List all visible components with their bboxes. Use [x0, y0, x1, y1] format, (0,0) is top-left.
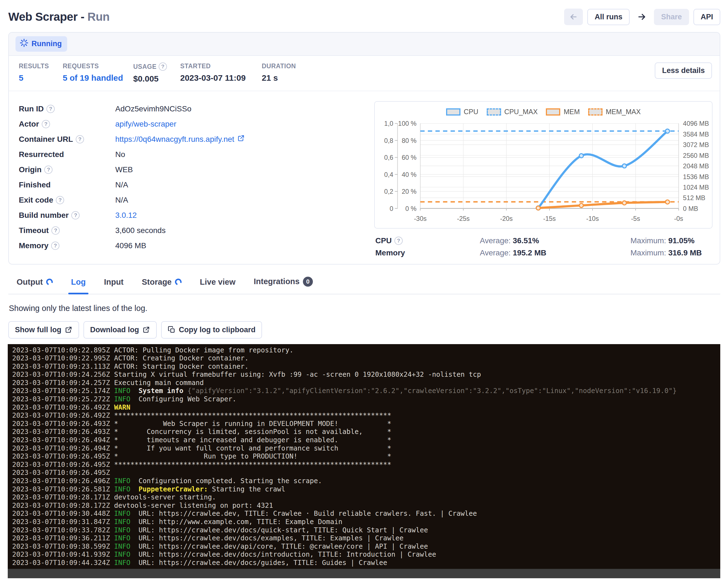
help-icon[interactable]: [159, 62, 167, 71]
detail-label: Finished: [19, 181, 115, 189]
log-line: 2023-03-07T10:09:26.495Z: [12, 469, 720, 477]
svg-text:0: 0: [390, 205, 393, 212]
stat-usage-label: USAGE: [133, 62, 180, 71]
actor-link[interactable]: apify/web-scraper: [115, 120, 176, 129]
legend-item-cpu-max[interactable]: CPU_MAX: [487, 108, 538, 116]
help-icon[interactable]: [76, 135, 84, 143]
next-run-button[interactable]: [634, 10, 650, 24]
detail-row-run-id: Run ID AdOz5evimh9NCiSSo: [19, 101, 374, 116]
tab-integrations[interactable]: Integrations 0: [253, 274, 314, 294]
run-panel: Running RESULTS 5 REQUESTS 5 of 19 handl…: [8, 32, 720, 265]
download-log-button[interactable]: Download log: [83, 321, 157, 339]
api-button[interactable]: API: [694, 9, 720, 25]
memory-average: Average: 195.2 MB: [480, 248, 630, 257]
detail-label: Resurrected: [19, 150, 115, 159]
log-line: 2023-03-07T10:09:26.492Z ***************…: [12, 411, 720, 420]
detail-row-build-number: Build number 3.0.12: [19, 208, 374, 223]
cpu-average: Average: 36.51%: [480, 236, 630, 245]
log-line: 2023-03-07T10:09:36.211Z INFO URL: https…: [12, 534, 720, 542]
svg-text:4096 MB: 4096 MB: [683, 120, 709, 127]
svg-text:1024 MB: 1024 MB: [683, 184, 709, 191]
log-line: 2023-03-07T10:09:24.257Z Executing main …: [12, 379, 720, 387]
page-title-sub: Run: [87, 10, 109, 23]
detail-label: Run ID: [19, 104, 115, 113]
resource-summary: CPU Average: 36.51% Maximum: 91.05% Memo…: [374, 236, 712, 257]
log-line: 2023-03-07T10:09:22.995Z ACTOR: Creating…: [12, 354, 720, 362]
log-line: 2023-03-07T10:09:26.495Z * Run type to P…: [12, 452, 720, 460]
log-line: 2023-03-07T10:09:26.492Z WARN: [12, 403, 720, 412]
stat-requests: REQUESTS 5 of 19 handled: [63, 62, 133, 83]
previous-run-button[interactable]: [564, 8, 583, 25]
log-line: 2023-03-07T10:09:26.496Z INFO Configurat…: [12, 477, 720, 485]
help-icon[interactable]: [44, 165, 53, 174]
cpu-maximum: Maximum: 91.05%: [630, 236, 712, 245]
topbar: Web Scraper - Run All runs Share API: [8, 6, 720, 28]
help-icon[interactable]: [51, 227, 60, 235]
stat-usage-label-text: USAGE: [133, 63, 156, 71]
stat-requests-value[interactable]: 5 of 19 handled: [63, 73, 133, 83]
svg-text:0 %: 0 %: [405, 205, 417, 212]
build-number-link[interactable]: 3.0.12: [115, 211, 137, 220]
legend-item-mem[interactable]: MEM: [546, 108, 579, 116]
tab-storage[interactable]: Storage: [141, 275, 183, 294]
detail-label: Build number: [19, 211, 115, 220]
log-line: 2023-03-07T10:09:31.847Z INFO URL: http:…: [12, 518, 720, 526]
help-icon[interactable]: [42, 120, 50, 128]
log-line: 2023-03-07T10:09:25.272Z INFO Configurin…: [12, 395, 720, 403]
share-button[interactable]: Share: [654, 9, 689, 25]
stat-results: RESULTS 5: [19, 62, 63, 83]
legend-item-mem-max[interactable]: MEM_MAX: [588, 108, 641, 116]
tab-output[interactable]: Output: [16, 275, 54, 294]
stat-duration-label: DURATION: [262, 62, 296, 70]
panel-body: Run ID AdOz5evimh9NCiSSo Actor apify/web…: [9, 91, 720, 264]
help-icon[interactable]: [51, 242, 59, 250]
svg-text:40 %: 40 %: [401, 171, 417, 178]
less-details-button[interactable]: Less details: [655, 62, 712, 79]
origin-value: WEB: [115, 165, 133, 174]
all-runs-button[interactable]: All runs: [587, 9, 630, 25]
svg-text:3584 MB: 3584 MB: [683, 131, 709, 138]
log-line: 2023-03-07T10:09:24.256Z Starting X virt…: [12, 370, 720, 379]
cpu-max-series-swatch: [487, 108, 501, 115]
svg-text:2048 MB: 2048 MB: [683, 162, 709, 170]
log-line: 2023-03-07T10:09:26.581Z INFO PuppeteerC…: [12, 485, 720, 493]
stat-usage: USAGE $0.005: [133, 62, 180, 83]
log-line: 2023-03-07T10:09:25.174Z INFO System inf…: [12, 387, 720, 395]
tab-log[interactable]: Log: [70, 275, 87, 294]
show-full-log-button[interactable]: Show full log: [8, 321, 79, 339]
all-runs-label: All runs: [595, 13, 622, 21]
run-id-value: AdOz5evimh9NCiSSo: [115, 104, 191, 113]
svg-text:1,0: 1,0: [384, 120, 393, 127]
stat-requests-label: REQUESTS: [63, 62, 133, 70]
tab-live-view[interactable]: Live view: [199, 275, 237, 294]
stats-row: RESULTS 5 REQUESTS 5 of 19 handled USAGE…: [9, 56, 720, 91]
help-icon[interactable]: [47, 105, 55, 113]
log-line: 2023-03-07T10:09:22.895Z ACTOR: Pulling …: [12, 346, 720, 354]
memory-value: 4096 MB: [115, 241, 146, 250]
help-icon[interactable]: [56, 196, 64, 204]
memory-summary-label: Memory: [375, 248, 480, 257]
timeout-value: 3,600 seconds: [115, 226, 165, 235]
svg-text:1536 MB: 1536 MB: [683, 173, 709, 181]
copy-log-button[interactable]: Copy log to clipboard: [161, 321, 262, 339]
detail-label: Origin: [19, 165, 115, 174]
external-link-icon: [142, 326, 150, 334]
stat-duration-value: 21 s: [262, 73, 296, 83]
share-label: Share: [661, 13, 682, 21]
log-line: 2023-03-07T10:09:26.495Z ***************…: [12, 460, 720, 469]
help-icon[interactable]: [71, 211, 80, 219]
legend-item-cpu[interactable]: CPU: [446, 108, 478, 116]
detail-row-exit-code: Exit code N/A: [19, 192, 374, 208]
help-icon[interactable]: [394, 237, 403, 245]
log-scrollbar-track[interactable]: [8, 569, 720, 578]
log-note: Showing only the latest lines of the log…: [9, 304, 720, 313]
container-url-link[interactable]: https://0q64wnacgyft.runs.apify.net: [115, 134, 245, 144]
cpu-series-swatch: [446, 108, 461, 115]
stat-duration: DURATION 21 s: [262, 62, 296, 83]
tab-input[interactable]: Input: [103, 275, 125, 294]
detail-row-timeout: Timeout 3,600 seconds: [19, 223, 374, 238]
stat-results-value[interactable]: 5: [19, 73, 63, 83]
detail-label: Memory: [19, 241, 115, 250]
loading-arc-icon: [45, 278, 54, 286]
svg-text:-20s: -20s: [500, 215, 513, 222]
